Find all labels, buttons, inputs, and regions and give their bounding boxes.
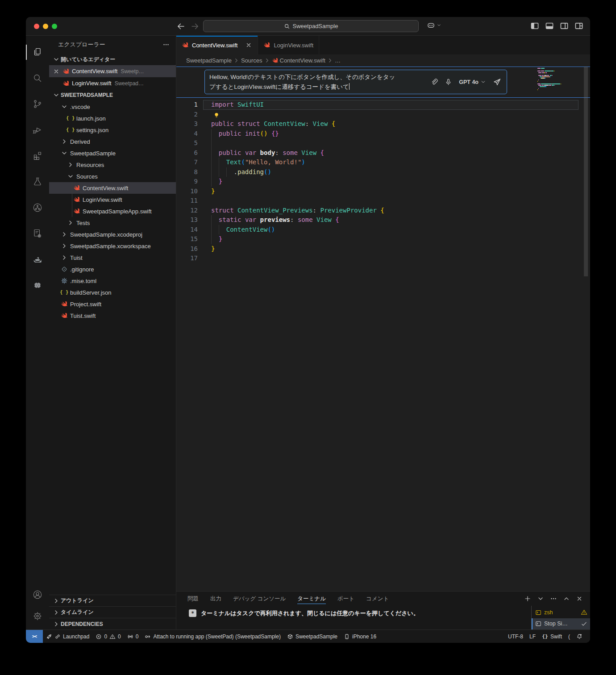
close-panel-icon[interactable] <box>576 595 583 602</box>
code-line-13[interactable]: 13 static var previews: some View { <box>176 215 590 225</box>
tree-item-SweetpadSample.xcodeproj[interactable]: SweetpadSample.xcodeproj <box>49 229 176 240</box>
code-line-8[interactable]: 8 .padding() <box>176 167 590 177</box>
status-debug-attach[interactable]: Attach to running app (SweetPad) (Sweetp… <box>142 630 284 643</box>
panel-tab-問題[interactable]: 問題 <box>187 592 199 606</box>
open-editors-header[interactable]: 開いているエディター <box>49 54 176 65</box>
close-tab-icon[interactable] <box>245 42 252 49</box>
code-line-15[interactable]: 15 } <box>176 234 590 244</box>
terminal-output[interactable]: * ターミナルはタスクで再利用されます、閉じるには任意のキーを押してください。 <box>176 606 531 629</box>
tree-item-Project.swift[interactable]: Project.swift <box>49 298 176 310</box>
terminal-profile-dropdown-icon[interactable] <box>537 595 544 602</box>
activity-dependency-graph[interactable] <box>26 195 49 221</box>
minimize-window-button[interactable] <box>43 24 48 29</box>
editor-more-actions-icon[interactable] <box>576 42 583 49</box>
activity-accounts[interactable] <box>26 584 49 605</box>
code-line-11[interactable]: 11 <box>176 196 590 206</box>
code-editor[interactable]: 1import SwiftUI23public struct ContentVi… <box>176 98 590 591</box>
tree-item-settings.json[interactable]: { }settings.json <box>49 124 176 136</box>
panel-tab-コメント[interactable]: コメント <box>366 592 389 606</box>
code-line-1[interactable]: 1import SwiftUI <box>176 100 590 110</box>
activity-explorer[interactable] <box>26 39 49 65</box>
panel-tab-デバッグ コンソール[interactable]: デバッグ コンソール <box>233 592 286 606</box>
inline-chat-text[interactable]: Hellow, World!のテキストの下にボタンを作成し、そのボタンをタップす… <box>209 72 426 92</box>
window-controls[interactable] <box>34 24 57 29</box>
activity-sweetpad[interactable] <box>26 246 49 272</box>
status-notifications[interactable] <box>573 630 586 643</box>
panel-tab-ターミナル[interactable]: ターミナル <box>297 592 326 606</box>
status-problems[interactable]: 00 <box>92 630 124 643</box>
panel-tab-出力[interactable]: 出力 <box>210 592 221 606</box>
activity-testing[interactable] <box>26 169 49 195</box>
tree-item-buildServer.json[interactable]: { }buildServer.json <box>49 287 176 298</box>
send-icon[interactable] <box>493 78 501 86</box>
code-line-17[interactable]: 17 <box>176 254 590 263</box>
status-encoding[interactable]: UTF-8 <box>505 630 526 643</box>
project-section-header[interactable]: SWEETPADSAMPLE <box>49 89 176 101</box>
tree-item-SweetpadSampleApp.swift[interactable]: SweetpadSampleApp.swift <box>49 205 176 217</box>
model-picker[interactable]: GPT 4o <box>459 79 486 85</box>
tree-item-Derived[interactable]: Derived <box>49 136 176 147</box>
status-language[interactable]: {}Swift <box>539 630 565 643</box>
code-line-12[interactable]: 12struct ContentView_Previews: PreviewPr… <box>176 206 590 216</box>
copilot-menu[interactable] <box>427 21 441 29</box>
toggle-secondary-sidebar-icon[interactable] <box>559 21 569 31</box>
code-line-4[interactable]: 4 public init() {} <box>176 129 590 139</box>
scrollbar[interactable] <box>584 67 588 276</box>
code-line-14[interactable]: 14 ContentView() <box>176 225 590 235</box>
split-editor-icon[interactable] <box>562 42 570 49</box>
forward-icon[interactable] <box>190 21 200 31</box>
code-line-7[interactable]: 7 Text("Hello, World!") <box>176 158 590 167</box>
close-window-button[interactable] <box>34 24 39 29</box>
tab-ContentView.swift[interactable]: ContentView.swift <box>176 36 258 54</box>
inline-chat-input[interactable]: Hellow, World!のテキストの下にボタンを作成し、そのボタンをタップす… <box>204 70 507 94</box>
activity-search[interactable] <box>26 65 49 91</box>
microphone-icon[interactable] <box>445 78 452 86</box>
sidebar-section-タイムライン[interactable]: タイムライン <box>49 606 176 618</box>
close-editor-icon[interactable] <box>53 68 60 75</box>
tree-item-Tuist.swift[interactable]: Tuist.swift <box>49 310 176 321</box>
status-remote-indicator[interactable]: >< <box>26 630 43 643</box>
code-line-10[interactable]: 10} <box>176 187 590 196</box>
tree-item-.gitignore[interactable]: .gitignore <box>49 263 176 275</box>
terminal-instance-zsh[interactable]: zsh <box>532 607 590 618</box>
activity-source-control[interactable] <box>26 91 49 117</box>
new-terminal-icon[interactable] <box>524 595 531 602</box>
attach-context-icon[interactable] <box>430 78 438 86</box>
activity-settings[interactable] <box>26 605 49 627</box>
terminal-instance-Stop Si…[interactable]: Stop Si… <box>532 618 590 630</box>
tree-item-LoginView.swift[interactable]: LoginView.swift <box>49 194 176 205</box>
minimap[interactable] <box>537 68 579 92</box>
sidebar-section-DEPENDENCIES[interactable]: DEPENDENCIES <box>49 618 176 629</box>
panel-more-actions-icon[interactable] <box>550 595 557 602</box>
sidebar-section-アウトライン[interactable]: アウトライン <box>49 595 176 606</box>
more-actions-icon[interactable] <box>162 41 170 48</box>
status-eol[interactable]: LF <box>526 630 539 643</box>
tree-item-.vscode[interactable]: .vscode <box>49 101 176 112</box>
activity-run-debug[interactable] <box>26 117 49 143</box>
tree-item-SweetpadSample[interactable]: SweetpadSample <box>49 147 176 159</box>
activity-extensions[interactable] <box>26 143 49 169</box>
code-line-9[interactable]: 9 } <box>176 177 590 187</box>
code-line-6[interactable]: 6 public var body: some View { <box>176 148 590 158</box>
code-line-3[interactable]: 3public struct ContentView: View { <box>176 119 590 129</box>
open-editor-ContentView.swift[interactable]: ContentView.swiftSweetp… <box>49 65 176 77</box>
toggle-sidebar-icon[interactable] <box>530 21 540 31</box>
status-scheme[interactable]: SweetpadSample <box>284 630 341 643</box>
tree-item-Tests[interactable]: Tests <box>49 217 176 229</box>
lightbulb-icon[interactable] <box>213 112 220 119</box>
breadcrumb-segment[interactable]: … <box>335 57 341 64</box>
status-ports[interactable]: 0 <box>124 630 142 643</box>
open-editor-LoginView.swift[interactable]: LoginView.swiftSweetpad… <box>49 77 176 89</box>
tree-item-.mise.toml[interactable]: .mise.toml <box>49 275 176 287</box>
customize-layout-icon[interactable] <box>574 21 584 31</box>
tree-item-Resources[interactable]: Resources <box>49 159 176 171</box>
breadcrumb[interactable]: SweetpadSampleSourcesContentView.swift… <box>176 54 590 67</box>
tab-LoginView.swift[interactable]: LoginView.swift <box>258 36 319 54</box>
status-launchpad[interactable]: Launchpad <box>43 630 92 643</box>
code-line-2[interactable]: 2 <box>176 110 590 120</box>
tree-item-SweetpadSample.xcworkspace[interactable]: SweetpadSample.xcworkspace <box>49 240 176 252</box>
panel-tab-ポート[interactable]: ポート <box>337 592 354 606</box>
breadcrumb-segment[interactable]: SweetpadSample <box>186 57 232 64</box>
status-device[interactable]: iPhone 16 <box>341 630 379 643</box>
code-line-16[interactable]: 16} <box>176 244 590 254</box>
